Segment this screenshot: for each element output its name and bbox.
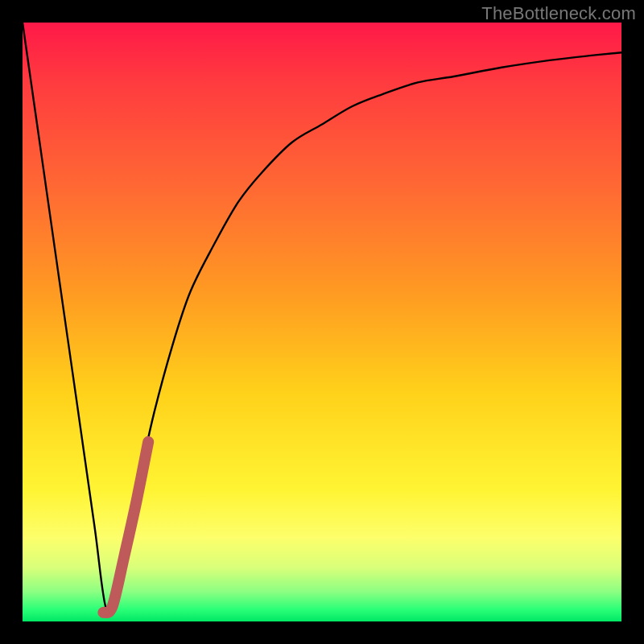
highlight-segment-path: [103, 442, 148, 613]
chart-frame: TheBottleneck.com: [0, 0, 644, 644]
curve-svg: [23, 23, 621, 621]
attribution-text: TheBottleneck.com: [481, 3, 636, 24]
bottleneck-curve-path: [23, 23, 621, 612]
plot-area: [23, 23, 621, 621]
